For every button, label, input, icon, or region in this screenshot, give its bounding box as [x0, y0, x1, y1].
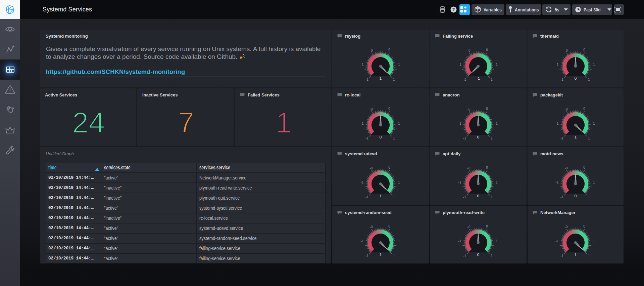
svg-text:0: 0 [477, 135, 479, 139]
svg-text:0: 0 [380, 135, 382, 139]
svg-text:-1: -1 [477, 76, 480, 80]
svg-text:0: 0 [477, 194, 479, 198]
svg-text:0: 0 [477, 253, 479, 257]
svg-text:0: 0 [575, 194, 577, 198]
svg-text:1: 1 [380, 194, 382, 198]
svg-text:0: 0 [575, 76, 577, 80]
svg-text:1: 1 [575, 135, 577, 139]
svg-text:?: ? [452, 7, 455, 12]
svg-text:1: 1 [575, 253, 577, 257]
svg-text:1: 1 [380, 76, 382, 80]
svg-text:1: 1 [380, 253, 382, 257]
